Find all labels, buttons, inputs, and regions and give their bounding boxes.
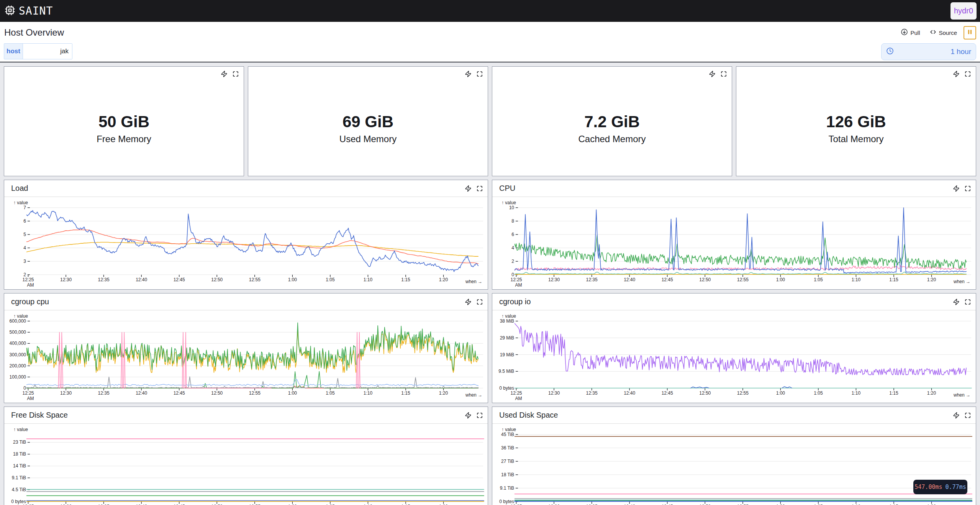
host-filter-value[interactable]: jak <box>23 44 72 59</box>
y-tick-label: 4 <box>23 245 26 251</box>
lightning-icon[interactable] <box>953 185 960 192</box>
x-tick-label: 1:00 <box>776 390 785 396</box>
lightning-icon[interactable] <box>465 185 472 192</box>
expand-icon[interactable] <box>477 185 483 192</box>
chart-free-disk[interactable]: ↑ value0 bytes4.5 TiB9.1 TiB14 TiB18 TiB… <box>4 424 488 505</box>
chart-cgroup-cpu[interactable]: ↑ value0100,000200,000300,000400,000500,… <box>4 311 488 403</box>
time-range-picker[interactable]: 1 hour <box>881 43 976 60</box>
y-tick-label: 6 <box>511 232 514 237</box>
x-tick-label: 12:40 <box>624 277 635 282</box>
x-tick-label: 12:40 <box>136 390 147 396</box>
x-tick-label: 1:00 <box>288 277 297 282</box>
lightning-icon[interactable] <box>221 71 228 77</box>
clock-icon <box>886 47 894 56</box>
chart-load[interactable]: ↑ value23456712:25AM12:3012:3512:4012:45… <box>4 197 488 289</box>
dashboard-grid: 50 GiBFree Memory69 GiBUsed Memory7.2 Gi… <box>4 66 976 505</box>
lightning-icon[interactable] <box>709 71 716 77</box>
lightning-icon[interactable] <box>465 298 472 305</box>
pull-button[interactable]: Pull <box>901 28 920 37</box>
x-tick-label: 1:05 <box>814 390 823 396</box>
x-tick-label: 1:05 <box>326 390 335 396</box>
chart-tooltip: 547.00ms 0.77ms <box>913 480 967 494</box>
expand-icon[interactable] <box>965 299 971 305</box>
time-range-label: 1 hour <box>894 48 971 56</box>
panel-header: cgroup io <box>492 293 976 310</box>
x-tick-label: 12:45 <box>174 390 185 396</box>
lightning-icon[interactable] <box>465 71 472 77</box>
stat-value: 7.2 GiB <box>584 113 640 131</box>
x-tick-label: 12:50 <box>211 390 223 396</box>
pause-button[interactable] <box>964 26 976 39</box>
expand-icon[interactable] <box>965 185 971 192</box>
y-tick-label: 200,000 <box>10 363 26 369</box>
x-tick-label: 12:50 <box>699 277 711 282</box>
x-tick-sublabel: AM <box>515 282 522 288</box>
x-tick-sublabel: AM <box>27 396 34 401</box>
header-actions: Pull Source <box>901 26 976 39</box>
cpu-chip-icon <box>5 5 15 17</box>
expand-icon[interactable] <box>233 71 239 77</box>
panel-icons <box>221 71 239 77</box>
y-axis-label: ↑ value <box>501 313 516 319</box>
header-row-title: Host Overview Pull Source <box>4 26 976 39</box>
chart-cpu[interactable]: ↑ value024681012:25AM12:3012:3512:4012:4… <box>492 197 976 289</box>
user-button[interactable]: hydr0 <box>951 2 977 20</box>
y-tick-label: 0 bytes <box>499 385 514 391</box>
stat-label: Used Memory <box>339 133 397 144</box>
panel-icons <box>953 412 971 419</box>
x-tick-label: 12:50 <box>211 277 223 282</box>
y-tick-label: 8 <box>511 218 514 224</box>
x-tick-label: 12:35 <box>98 390 110 396</box>
panel-icons <box>709 71 727 77</box>
x-tick-label: 1:10 <box>852 390 861 396</box>
y-tick-label: 0 bytes <box>11 499 26 504</box>
y-tick-label: 600,000 <box>10 318 26 324</box>
chart-cgroup-io[interactable]: ↑ value0 bytes9.5 MiB19 MiB29 MiB38 MiB1… <box>492 311 976 403</box>
brand[interactable]: SAINT <box>5 5 53 17</box>
y-tick-label: 18 TiB <box>501 472 514 477</box>
chart-svg-cgroup-cpu: ↑ value0100,000200,000300,000400,000500,… <box>4 311 488 403</box>
y-tick-label: 10 <box>509 205 515 210</box>
x-tick-label: 12:45 <box>662 390 673 396</box>
x-tick-label: 12:50 <box>699 390 711 396</box>
stat-panel-total-memory: 126 GiBTotal Memory <box>736 66 976 176</box>
y-tick-label: 4 <box>511 245 514 251</box>
x-tick-label: 12:45 <box>662 277 673 282</box>
stat-value: 69 GiB <box>343 113 393 131</box>
stat-panel-cached-memory: 7.2 GiBCached Memory <box>492 66 732 176</box>
lightning-icon[interactable] <box>953 71 960 77</box>
host-filter[interactable]: host jak <box>4 43 72 59</box>
expand-icon[interactable] <box>965 71 971 77</box>
stat-panel-free-memory: 50 GiBFree Memory <box>4 66 244 176</box>
y-tick-label: 5 <box>23 232 26 237</box>
expand-icon[interactable] <box>721 71 727 77</box>
source-button[interactable]: Source <box>930 29 957 36</box>
panel-title: Free Disk Space <box>11 411 465 420</box>
chart-panel-used-disk: Used Disk Space↑ value0 bytes9.1 TiB18 T… <box>492 407 976 505</box>
y-tick-label: 27 TiB <box>501 459 514 464</box>
lightning-icon[interactable] <box>953 412 960 419</box>
expand-icon[interactable] <box>965 412 971 418</box>
x-tick-label: 12:55 <box>737 277 749 282</box>
y-axis-label: ↑ value <box>13 427 28 432</box>
x-tick-label: 1:00 <box>776 277 785 282</box>
lightning-icon[interactable] <box>953 298 960 305</box>
chart-svg-free-disk: ↑ value0 bytes4.5 TiB9.1 TiB14 TiB18 TiB… <box>4 424 488 505</box>
y-axis-label: ↑ value <box>501 200 516 205</box>
chart-svg-cpu: ↑ value024681012:25AM12:3012:3512:4012:4… <box>492 197 976 289</box>
expand-icon[interactable] <box>477 412 483 418</box>
y-tick-label: 45 TiB <box>501 432 514 437</box>
expand-icon[interactable] <box>477 71 483 77</box>
x-tick-label: 12:30 <box>60 277 72 282</box>
series-blue <box>515 208 967 273</box>
pull-label: Pull <box>910 30 920 36</box>
host-filter-label: host <box>4 44 23 59</box>
x-tick-label: 1:05 <box>814 277 823 282</box>
x-tick-label: 12:40 <box>136 277 147 282</box>
panel-icons <box>465 412 483 419</box>
panel-header: Load <box>4 180 488 197</box>
y-tick-label: 23 TiB <box>13 439 26 445</box>
expand-icon[interactable] <box>477 299 483 305</box>
lightning-icon[interactable] <box>465 412 472 419</box>
chart-used-disk[interactable]: ↑ value0 bytes9.1 TiB18 TiB27 TiB36 TiB4… <box>492 424 976 505</box>
